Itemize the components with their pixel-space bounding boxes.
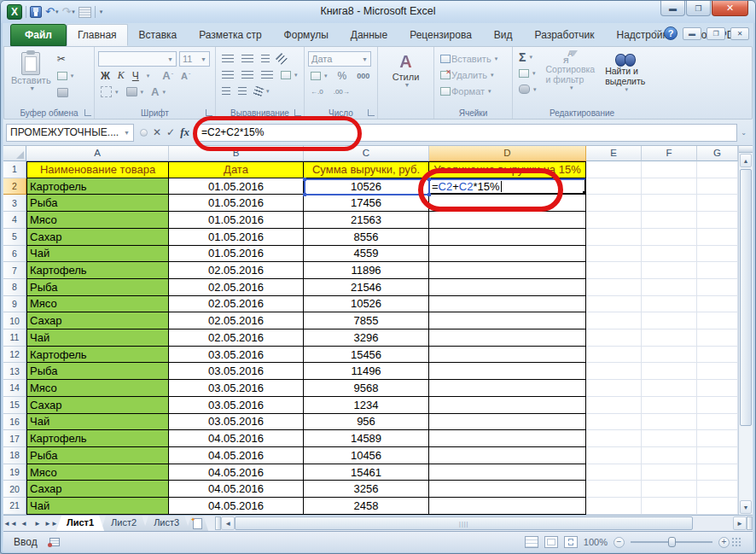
zoom-out-button[interactable]: − [614, 537, 625, 548]
cell-G16[interactable] [697, 414, 738, 431]
vertical-scrollbar[interactable]: ▲ ▼ [738, 146, 753, 515]
split-handle[interactable] [747, 516, 753, 530]
normal-view-button[interactable] [525, 536, 538, 548]
hscroll-track[interactable]: |||| [235, 516, 733, 530]
chevron-down-icon[interactable]: ▾ [147, 73, 150, 79]
cell-G21[interactable] [697, 498, 738, 515]
cell-C9[interactable]: 10526 [304, 296, 429, 313]
cell-D15[interactable] [429, 397, 586, 414]
cell-A8[interactable]: Рыба [26, 279, 169, 296]
cell-C11[interactable]: 3296 [304, 329, 429, 347]
vscroll-thumb[interactable] [740, 169, 752, 426]
cell-B21[interactable]: 04.05.2016 [169, 498, 304, 515]
cell-G3[interactable] [697, 195, 738, 212]
fill-color-button[interactable]: ▾ [124, 85, 147, 99]
underline-button[interactable]: Ч [130, 68, 142, 83]
cell-B2[interactable]: 01.05.2016 [169, 178, 304, 195]
row-header-11[interactable]: 11 [3, 329, 26, 347]
cell-B14[interactable]: 03.05.2016 [169, 380, 304, 397]
styles-button[interactable]: A Стили ▼ [381, 50, 430, 90]
cell-C10[interactable]: 7855 [304, 312, 429, 329]
scroll-left-button[interactable]: ◄ [221, 516, 235, 530]
header-cell-B1[interactable]: Дата [169, 161, 304, 178]
cell-E16[interactable] [586, 414, 642, 431]
cell-G7[interactable] [697, 262, 738, 279]
row-header-1[interactable]: 1 [3, 161, 26, 178]
row-header-19[interactable]: 19 [3, 464, 26, 481]
cell-C18[interactable]: 10456 [304, 447, 429, 464]
vscroll-track[interactable] [740, 169, 752, 499]
cell-G8[interactable] [697, 279, 738, 296]
thousands-button[interactable]: 000 [354, 68, 372, 83]
align-middle-button[interactable] [239, 51, 256, 66]
close-button[interactable]: ✕ [712, 1, 748, 16]
format-cells-button[interactable]: Формат▾ [438, 84, 494, 98]
tab-Вид[interactable]: Вид [483, 24, 524, 46]
cell-C13[interactable]: 11496 [304, 363, 429, 380]
cell-B13[interactable]: 03.05.2016 [169, 363, 304, 380]
row-header-13[interactable]: 13 [3, 363, 26, 380]
row-header-16[interactable]: 16 [3, 414, 26, 431]
cell-F11[interactable] [642, 329, 697, 347]
cell-A19[interactable]: Мясо [26, 464, 169, 481]
cell-E19[interactable] [586, 464, 642, 481]
cell-E14[interactable] [586, 380, 642, 397]
zoom-slider[interactable] [631, 541, 712, 543]
cell-F9[interactable] [642, 296, 697, 313]
row-header-20[interactable]: 20 [3, 481, 26, 498]
orientation-button[interactable] [275, 51, 288, 66]
cell-F3[interactable] [642, 195, 697, 212]
name-box[interactable]: ПРОМЕЖУТОЧНЫЕ.... ▼ [6, 124, 134, 142]
dialog-launcher-icon[interactable] [84, 109, 91, 116]
cell-E20[interactable] [586, 481, 642, 498]
decrease-indent-button[interactable] [219, 84, 233, 98]
chevron-down-icon[interactable]: ▼ [124, 130, 130, 136]
row-header-18[interactable]: 18 [3, 447, 26, 464]
column-header-G[interactable]: G [697, 146, 738, 161]
align-right-button[interactable] [259, 67, 276, 82]
cancel-entry-button[interactable]: ✕ [153, 126, 161, 138]
cell-D10[interactable] [429, 312, 586, 329]
page-break-view-button[interactable] [564, 536, 578, 548]
cell-E9[interactable] [586, 296, 642, 313]
cell-C14[interactable]: 9568 [304, 380, 429, 397]
cell-D6[interactable] [429, 246, 586, 263]
cell-C4[interactable]: 21563 [304, 212, 429, 229]
font-name-select[interactable]: ▼ [98, 51, 177, 67]
cell-G12[interactable] [697, 347, 738, 364]
cell-F17[interactable] [642, 430, 697, 447]
active-cell-D2[interactable]: =C2+C2*15% [429, 178, 586, 195]
column-header-A[interactable]: A [26, 146, 169, 161]
cell-A11[interactable]: Чай [26, 329, 169, 347]
cell-G20[interactable] [697, 481, 738, 498]
italic-button[interactable]: К [115, 68, 127, 83]
cell-D17[interactable] [429, 430, 586, 447]
cell-F8[interactable] [642, 279, 697, 296]
accounting-format-button[interactable]: ▾ [308, 68, 330, 83]
cell-E17[interactable] [586, 430, 642, 447]
scroll-up-button[interactable]: ▲ [740, 154, 752, 167]
split-handle[interactable] [739, 146, 753, 153]
cell-D7[interactable] [429, 262, 586, 279]
cell-B4[interactable]: 01.05.2016 [169, 212, 304, 229]
cell-G15[interactable] [697, 397, 738, 414]
cell-A18[interactable]: Рыба [26, 447, 169, 464]
cell-F19[interactable] [642, 464, 697, 481]
cell-D3[interactable] [429, 195, 586, 212]
cell-D11[interactable] [429, 329, 586, 347]
minimize-button[interactable]: ▬ [660, 1, 685, 16]
tab-Данные[interactable]: Данные [340, 24, 398, 46]
cell-A10[interactable]: Сахар [26, 312, 169, 329]
cell-B8[interactable]: 02.05.2016 [169, 279, 304, 296]
column-header-B[interactable]: B [169, 146, 304, 161]
row-header-7[interactable]: 7 [3, 262, 26, 279]
cell-C6[interactable]: 4559 [304, 246, 429, 263]
sheet-tab-Лист3[interactable]: Лист3 [143, 516, 189, 531]
resize-grip[interactable] [739, 538, 741, 546]
cell-E1[interactable] [586, 161, 642, 178]
cell-B5[interactable]: 01.05.2016 [169, 229, 304, 246]
collapse-ribbon-icon[interactable]: ⌃ [652, 29, 659, 38]
cell-E11[interactable] [586, 329, 642, 347]
cell-G19[interactable] [697, 464, 738, 481]
row-header-8[interactable]: 8 [3, 279, 26, 296]
